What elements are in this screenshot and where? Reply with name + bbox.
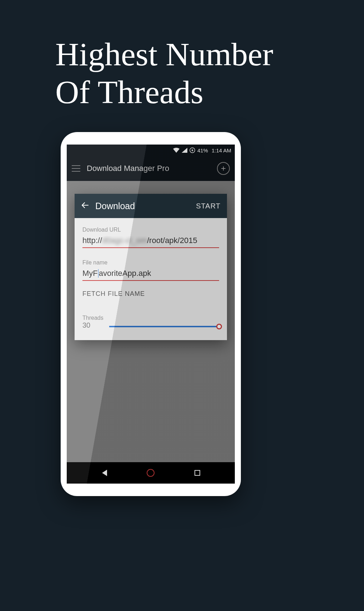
url-label: Download URL	[82, 227, 219, 233]
filename-input[interactable]: MyFavoriteApp.apk	[82, 269, 219, 281]
cell-signal-icon	[182, 148, 187, 153]
url-blurred: d0agc-cl_om	[102, 236, 147, 245]
url-input[interactable]: http://d0agc-cl_om/root/apk/2015	[82, 236, 219, 248]
add-download-button[interactable]: +	[217, 162, 230, 175]
text-caret	[98, 269, 98, 278]
promo-headline: Highest Number Of Threads	[0, 0, 364, 111]
start-button[interactable]: START	[196, 202, 221, 210]
status-bar: 41% 1:14 AM	[67, 145, 235, 156]
url-prefix: http://	[82, 236, 102, 245]
fetch-filename-button[interactable]: FETCH FILE NAME	[82, 290, 219, 298]
phone-screen: 41% 1:14 AM Download Manager Pro + Downl…	[67, 145, 235, 484]
clock-time: 1:14 AM	[212, 147, 231, 153]
headline-line2: Of Threads	[55, 74, 364, 111]
dialog-header: Download START	[75, 194, 227, 218]
battery-percent: 41%	[197, 147, 208, 153]
nav-back-icon[interactable]	[101, 469, 108, 477]
phone-frame: 41% 1:14 AM Download Manager Pro + Downl…	[61, 132, 241, 496]
back-arrow-icon[interactable]	[81, 201, 89, 211]
filename-post: avoriteApp.apk	[99, 269, 151, 278]
dialog-body: Download URL http://d0agc-cl_om/root/apk…	[75, 218, 227, 340]
modal-backdrop: Download START Download URL http://d0agc…	[67, 181, 235, 462]
nav-home-icon[interactable]	[147, 469, 155, 477]
dialog-title: Download	[95, 201, 189, 211]
threads-row: Threads 30	[82, 315, 219, 329]
hamburger-menu-icon[interactable]	[72, 165, 80, 172]
slider-thumb-icon[interactable]	[216, 324, 222, 329]
threads-label: Threads	[82, 315, 103, 321]
url-field: Download URL http://d0agc-cl_om/root/apk…	[82, 227, 219, 248]
download-dialog: Download START Download URL http://d0agc…	[75, 194, 227, 340]
app-title: Download Manager Pro	[87, 164, 211, 173]
url-suffix: /root/apk/2015	[147, 236, 197, 245]
headline-line1: Highest Number	[55, 36, 364, 74]
app-bar: Download Manager Pro +	[67, 156, 235, 181]
threads-value: 30	[82, 321, 103, 329]
nav-recent-icon[interactable]	[194, 469, 201, 476]
filename-pre: MyF	[82, 269, 98, 278]
wifi-icon	[173, 148, 180, 153]
svg-rect-1	[195, 470, 200, 475]
android-nav-bar	[67, 462, 235, 484]
threads-slider[interactable]	[109, 326, 219, 327]
battery-charge-icon	[189, 147, 195, 153]
filename-label: File name	[82, 259, 219, 266]
filename-field: File name MyFavoriteApp.apk	[82, 259, 219, 281]
